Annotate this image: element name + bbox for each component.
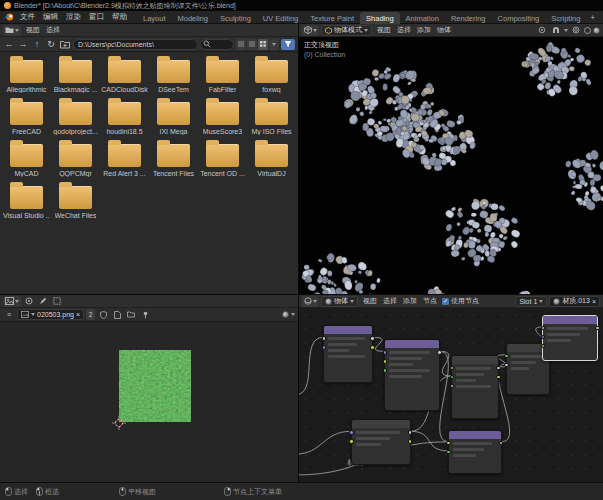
folder-item[interactable]: QQPCMgr xyxy=(51,144,100,177)
folder-item[interactable]: My ISO Files xyxy=(247,102,296,135)
image-datablock[interactable]: 020503.png × xyxy=(17,309,84,320)
editor-type-3d-viewport-button[interactable] xyxy=(302,25,319,36)
menu-item[interactable]: 渲染 xyxy=(62,11,85,23)
shader-node[interactable] xyxy=(448,430,502,474)
menu-item[interactable]: 节点 xyxy=(420,295,440,307)
node-row xyxy=(547,339,571,342)
pivot-point-icon[interactable] xyxy=(536,25,548,36)
hamburger-menu-icon[interactable]: ≡ xyxy=(3,309,15,320)
add-workspace-button[interactable]: + xyxy=(586,11,598,23)
image-editor-canvas[interactable] xyxy=(0,322,298,482)
menu-item[interactable]: 文件 xyxy=(16,11,39,23)
unlink-material-icon[interactable]: × xyxy=(592,298,596,305)
tab-texture-paint[interactable]: Texture Paint xyxy=(304,12,360,24)
tab-modeling[interactable]: Modeling xyxy=(172,12,214,24)
shader-node[interactable] xyxy=(451,355,499,419)
menu-item[interactable]: 帮助 xyxy=(108,11,131,23)
shading-wireframe-icon[interactable] xyxy=(584,27,591,34)
folder-item[interactable]: FabFilter xyxy=(198,60,247,93)
shader-node[interactable] xyxy=(351,419,411,465)
refresh-button[interactable]: ↻ xyxy=(45,38,57,50)
menu-item[interactable]: 添加 xyxy=(400,295,420,307)
tab-animation[interactable]: Animation xyxy=(400,12,445,24)
display-thumbnails-button[interactable] xyxy=(258,39,268,50)
shader-node[interactable] xyxy=(542,315,598,361)
folder-item[interactable]: Red Alert 3 ... xyxy=(100,144,149,177)
chevron-down-icon[interactable] xyxy=(291,313,295,316)
folder-item[interactable]: Blackmagic ... xyxy=(51,60,100,93)
proportional-edit-icon[interactable] xyxy=(570,25,582,36)
filter-button[interactable] xyxy=(281,39,295,50)
new-folder-button[interactable] xyxy=(59,38,71,50)
display-settings-button[interactable] xyxy=(269,39,279,50)
display-channels-icon[interactable] xyxy=(282,311,289,318)
chevron-down-icon xyxy=(15,29,19,32)
menu-item[interactable]: 窗口 xyxy=(85,11,108,23)
unlink-image-icon[interactable]: × xyxy=(76,311,80,318)
back-button[interactable]: ← xyxy=(3,38,15,50)
blender-menu-icon[interactable] xyxy=(3,13,14,22)
menu-item[interactable]: 视图 xyxy=(374,24,394,36)
search-input[interactable] xyxy=(200,39,234,50)
editor-type-image-button[interactable] xyxy=(3,296,21,307)
folder-item[interactable]: CADCloudDisk xyxy=(100,60,149,93)
chevron-down-icon[interactable] xyxy=(564,29,568,32)
path-field[interactable]: D:\Users\pc\Documents\ xyxy=(73,39,198,50)
new-image-button[interactable] xyxy=(111,309,123,320)
shader-node[interactable] xyxy=(384,339,440,411)
folder-item[interactable]: godotproject... xyxy=(51,102,100,135)
pin-icon[interactable] xyxy=(139,309,151,320)
tab-compositing[interactable]: Compositing xyxy=(492,12,546,24)
paint-mode-icon[interactable] xyxy=(37,296,49,307)
display-list-horizontal-button[interactable] xyxy=(247,39,257,50)
user-count-badge[interactable]: 2 xyxy=(86,309,95,320)
menu-item[interactable]: 选择 xyxy=(380,295,400,307)
node-row xyxy=(328,349,349,352)
folder-item[interactable]: foxwq xyxy=(247,60,296,93)
slot-dropdown[interactable]: Slot 1 xyxy=(515,296,547,307)
parent-dir-button[interactable]: ↑ xyxy=(31,38,43,50)
fake-user-shield-icon[interactable] xyxy=(97,309,109,320)
mask-mode-icon[interactable] xyxy=(51,296,63,307)
tab-rendering[interactable]: Rendering xyxy=(445,12,492,24)
use-nodes-checkbox[interactable]: ✓ 使用节点 xyxy=(442,296,479,306)
menu-item[interactable]: 编辑 xyxy=(39,11,62,23)
mode-dropdown[interactable]: 物体模式 xyxy=(321,25,372,36)
shading-solid-icon[interactable] xyxy=(593,27,600,34)
folder-item[interactable]: MuseScore3 xyxy=(198,102,247,135)
folder-item[interactable]: Tencent Files xyxy=(149,144,198,177)
folder-item[interactable]: Allegorithmic xyxy=(2,60,51,93)
folder-item[interactable]: MyCAD xyxy=(2,144,51,177)
folder-item[interactable]: Visual Studio ... xyxy=(2,186,51,219)
magnet-icon[interactable] xyxy=(550,25,562,36)
open-image-button[interactable] xyxy=(125,309,137,320)
folder-item[interactable]: DSeeTem xyxy=(149,60,198,93)
folder-item[interactable]: Tencent OD ... xyxy=(198,144,247,177)
folder-item[interactable]: FreeCAD xyxy=(2,102,51,135)
shader-type-dropdown[interactable]: 物体 xyxy=(321,296,358,307)
tab-scripting[interactable]: Scripting xyxy=(545,12,586,24)
forward-button[interactable]: → xyxy=(17,38,29,50)
folder-item[interactable]: houdini18.5 xyxy=(100,102,149,135)
shader-node[interactable] xyxy=(323,325,373,383)
folder-item[interactable]: WeChat Files xyxy=(51,186,100,219)
display-list-vertical-button[interactable] xyxy=(236,39,246,50)
material-datablock[interactable]: 材质.013 × xyxy=(549,296,600,307)
menu-item[interactable]: 选择 xyxy=(43,24,63,36)
menu-item[interactable]: 视图 xyxy=(360,295,380,307)
menu-item[interactable]: 选择 xyxy=(394,24,414,36)
folder-item[interactable]: VirtualDJ xyxy=(247,144,296,177)
shader-node-canvas[interactable]: 材质.013 xyxy=(299,308,603,482)
menu-item[interactable]: 物体 xyxy=(434,24,454,36)
menu-item[interactable]: 视图 xyxy=(23,24,43,36)
menu-item[interactable]: 添加 xyxy=(414,24,434,36)
editor-type-shader-button[interactable] xyxy=(302,296,319,307)
view-mode-icon[interactable] xyxy=(23,296,35,307)
folder-item[interactable]: IXI Mega xyxy=(149,102,198,135)
viewport-canvas[interactable]: 正交顶视图 (0) Collection xyxy=(299,37,603,294)
tab-uv-editing[interactable]: UV Editing xyxy=(257,12,304,24)
editor-type-file-browser-button[interactable] xyxy=(3,25,21,36)
tab-shading[interactable]: Shading xyxy=(360,12,400,24)
tab-layout[interactable]: Layout xyxy=(137,12,172,24)
tab-sculpting[interactable]: Sculpting xyxy=(214,12,257,24)
